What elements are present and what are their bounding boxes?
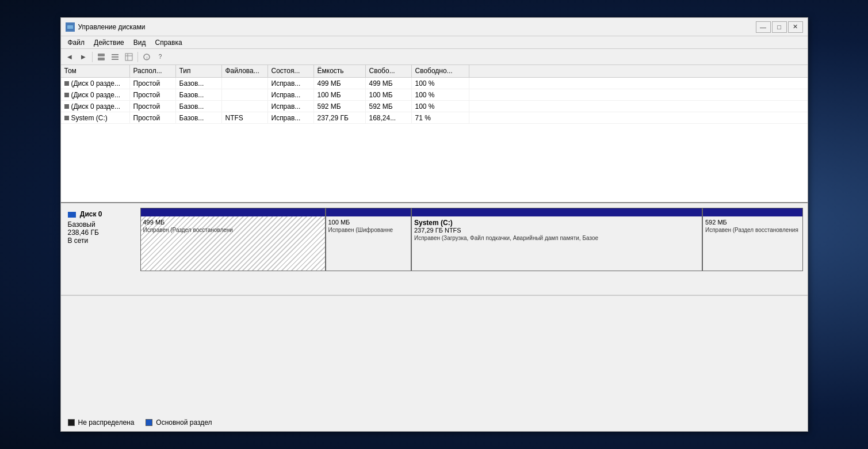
td-emkost: 499 МБ [314, 78, 366, 89]
disk-map-area: Диск 0 Базовый 238,46 ГБ В сети 499 МБ И… [61, 203, 808, 295]
svg-rect-3 [98, 58, 105, 60]
svg-rect-2 [98, 54, 105, 56]
td-raspos: Простой [130, 89, 176, 100]
disk-0-row: Диск 0 Базовый 238,46 ГБ В сети 499 МБ И… [66, 208, 803, 271]
td-tip: Базов... [176, 89, 222, 100]
svg-rect-6 [112, 59, 118, 60]
col-header-svobodno[interactable]: Свободно... [412, 65, 469, 77]
td-faylov [222, 78, 268, 89]
col-header-sostoy[interactable]: Состоя... [268, 65, 314, 77]
svg-rect-5 [112, 56, 118, 58]
partition-p2[interactable]: 100 МБ Исправен (Шифрованне [326, 208, 412, 271]
td-svobodno: 100 % [412, 101, 469, 112]
help-toolbar-button[interactable]: ? [154, 51, 167, 63]
properties-button[interactable]: i [140, 51, 153, 63]
disk-management-window: Управление дисками — □ ✕ Файл Действие В… [60, 17, 808, 432]
partition-status: Исправен (Загрузка, Файл подкачки, Авари… [414, 235, 699, 241]
legend-label-primary: Основной раздел [156, 418, 212, 427]
table-row[interactable]: System (C:) Простой Базов... NTFS Исправ… [61, 112, 808, 124]
disk-label-icon [68, 212, 76, 218]
td-raspos: Простой [130, 101, 176, 112]
partition-p3[interactable]: System (C:) 237,29 ГБ NTFS Исправен (Заг… [412, 208, 703, 271]
title-bar: Управление дисками — □ ✕ [61, 18, 808, 36]
window-icon [66, 22, 75, 32]
disk-label-name: Диск 0 [68, 210, 138, 218]
td-sostoy: Исправ... [268, 101, 314, 112]
col-header-svobo[interactable]: Свобо... [366, 65, 412, 77]
view-list-button[interactable] [109, 51, 121, 63]
view-top-button[interactable] [95, 51, 108, 63]
window-title: Управление дисками [78, 23, 756, 31]
col-header-tom[interactable]: Том [61, 65, 130, 77]
svg-rect-7 [125, 54, 132, 60]
partition-header-p2 [326, 208, 411, 216]
col-header-faylov[interactable]: Файлова... [222, 65, 268, 77]
td-tom: (Диск 0 разде... [61, 101, 130, 112]
minimize-button[interactable]: — [756, 21, 771, 33]
disk-status: В сети [68, 237, 138, 245]
table-row[interactable]: (Диск 0 разде... Простой Базов... Исправ… [61, 101, 808, 112]
td-tom: System (C:) [61, 112, 130, 123]
td-sostoy: Исправ... [268, 112, 314, 123]
maximize-button[interactable]: □ [772, 21, 787, 33]
td-raspos: Простой [130, 112, 176, 123]
partition-p4[interactable]: 592 МБ Исправен (Раздел восстановления [703, 208, 802, 271]
col-header-tip[interactable]: Тип [176, 65, 222, 77]
legend-box-unallocated [68, 419, 75, 426]
close-button[interactable]: ✕ [788, 21, 803, 33]
disk-size: 238,46 ГБ [68, 229, 138, 237]
back-button[interactable]: ◀ [63, 51, 76, 63]
toolbar-separator-1 [92, 52, 93, 62]
partition-size: 100 МБ [328, 219, 409, 226]
partition-size: 592 МБ [705, 219, 800, 226]
legend-label-unallocated: Не распределена [78, 418, 135, 427]
td-faylov [222, 89, 268, 100]
forward-button[interactable]: ▶ [77, 51, 90, 63]
title-bar-buttons: — □ ✕ [756, 21, 803, 33]
td-tip: Базов... [176, 101, 222, 112]
content-area: Том Распол... Тип Файлова... Состоя... Ё… [61, 65, 808, 431]
legend-area: Не распределена Основной раздел [61, 295, 808, 431]
legend-box-primary [146, 419, 152, 426]
menu-action[interactable]: Действие [89, 37, 129, 48]
disk-name: Диск 0 [80, 210, 102, 218]
table-row[interactable]: (Диск 0 разде... Простой Базов... Исправ… [61, 78, 808, 89]
partition-body-p2: 100 МБ Исправен (Шифрованне [326, 216, 411, 271]
partition-status: Исправен (Раздел восстановления [705, 227, 800, 233]
td-sostoy: Исправ... [268, 89, 314, 100]
td-faylov: NTFS [222, 112, 268, 123]
legend-unallocated: Не распределена [68, 418, 135, 427]
menu-view[interactable]: Вид [129, 37, 151, 48]
partition-header-p3 [412, 208, 702, 216]
disk-type: Базовый [68, 220, 138, 229]
row-disk-icon [64, 116, 69, 120]
toolbar-separator-2 [137, 52, 138, 62]
table-header: Том Распол... Тип Файлова... Состоя... Ё… [61, 65, 808, 78]
table-row[interactable]: (Диск 0 разде... Простой Базов... Исправ… [61, 89, 808, 101]
partition-header-p1 [141, 208, 325, 216]
menu-file[interactable]: Файл [63, 37, 90, 48]
partition-status: Исправен (Раздел восстановлени [143, 227, 323, 233]
partition-name: System (C:) [414, 219, 699, 227]
view-table-button[interactable] [123, 51, 135, 63]
disk-table-area: Том Распол... Тип Файлова... Состоя... Ё… [61, 65, 808, 203]
row-disk-icon [64, 81, 69, 86]
td-tom: (Диск 0 разде... [61, 78, 130, 89]
td-emkost: 100 МБ [314, 89, 366, 100]
disk-partitions: 499 МБ Исправен (Раздел восстановлени 10… [140, 208, 803, 271]
partition-p1[interactable]: 499 МБ Исправен (Раздел восстановлени [141, 208, 326, 271]
col-header-emkost[interactable]: Ёмкость [314, 65, 366, 77]
td-emkost: 592 МБ [314, 101, 366, 112]
partition-body-p4: 592 МБ Исправен (Раздел восстановления [703, 216, 802, 271]
td-emkost: 237,29 ГБ [314, 112, 366, 123]
svg-rect-4 [112, 54, 118, 55]
col-header-raspos[interactable]: Распол... [130, 65, 176, 77]
menu-help[interactable]: Справка [151, 37, 187, 48]
td-svobodno: 100 % [412, 78, 469, 89]
td-raspos: Простой [130, 78, 176, 89]
svg-text:i: i [146, 55, 147, 60]
row-disk-icon [64, 93, 69, 97]
td-svobo: 168,24... [366, 112, 412, 123]
td-svobodno: 100 % [412, 89, 469, 100]
svg-rect-1 [67, 25, 73, 29]
